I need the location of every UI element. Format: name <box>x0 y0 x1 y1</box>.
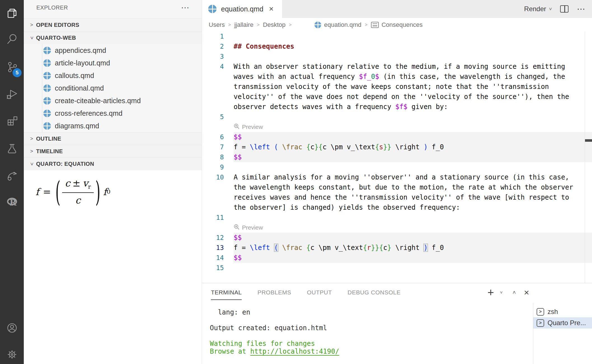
file-item[interactable]: diagrams.qmd <box>24 120 202 132</box>
panel-tab-output[interactable]: OUTPUT <box>307 283 332 302</box>
token: given by: <box>407 103 448 111</box>
terminal-instance[interactable]: >zsh <box>533 306 592 317</box>
quarto-file-icon <box>43 47 51 54</box>
section-quarto-web[interactable]: > QUARTO-WEB <box>24 31 202 44</box>
breadcrumb-item[interactable]: Users <box>209 21 225 29</box>
editor-line[interactable]: 14$$ <box>202 253 592 263</box>
token: f = <box>234 143 250 151</box>
editor-line[interactable]: the observer] is changed) yields the obs… <box>202 202 592 212</box>
token <box>302 244 306 252</box>
editor-scrollbar[interactable] <box>585 31 585 283</box>
token: http://localhost:4190/ <box>250 348 339 355</box>
editor-line[interactable]: receives waves and hence the ''transmiss… <box>202 192 592 202</box>
editor-line[interactable]: 15 <box>202 263 592 273</box>
editor-line[interactable]: waves with an actual frequency $f_0$ (in… <box>202 72 592 82</box>
panel-tabs: TERMINALPROBLEMSOUTPUTDEBUG CONSOLE <box>211 283 401 302</box>
extensions-icon[interactable] <box>0 109 24 133</box>
breadcrumb-item[interactable]: equation.qmd <box>324 21 361 29</box>
line-number: 2 <box>202 41 224 51</box>
line-number: 5 <box>202 112 224 122</box>
editor-line[interactable]: 1 <box>202 31 592 41</box>
token <box>270 143 274 151</box>
sidebar-more-actions-icon[interactable]: ⋯ <box>181 6 190 9</box>
token <box>302 143 306 151</box>
terminal-output[interactable]: lang: en Output created: equation.html W… <box>210 308 339 355</box>
tab-close-icon[interactable]: × <box>269 4 274 13</box>
breadcrumb-item[interactable]: Desktop <box>263 21 286 29</box>
file-item[interactable]: conditional.qmd <box>24 82 202 94</box>
editor-line[interactable]: observer detects waves with a frequency … <box>202 102 592 112</box>
render-button[interactable]: Render > <box>524 5 552 13</box>
editor-line[interactable]: 11 <box>202 212 592 223</box>
token: $$ <box>234 234 242 242</box>
editor-line[interactable]: 8$$ <box>202 152 592 162</box>
breadcrumb-item[interactable]: jjallaire <box>234 21 253 29</box>
preview-codelens[interactable]: Preview <box>234 223 263 233</box>
search-icon[interactable] <box>0 27 24 51</box>
editor-line[interactable]: 2## Consequences <box>202 41 592 51</box>
file-item[interactable]: cross-references.qmd <box>24 107 202 120</box>
line-content: $$ <box>234 253 242 263</box>
chevron-down-icon: > <box>548 8 553 10</box>
terminal-instance[interactable]: >Quarto Pre... <box>533 317 592 328</box>
quarto-publish-icon[interactable] <box>0 164 24 187</box>
editor-line[interactable]: 13f = \left ( \frac {c \pm v_\text{r}}{c… <box>202 243 592 253</box>
editor-line[interactable]: 10A similar analysis for a moving ''obse… <box>202 172 592 182</box>
token: Output created: equation.html <box>210 324 327 332</box>
r-lang-icon[interactable]: R <box>0 190 24 214</box>
codelens-row[interactable]: Preview <box>202 122 592 132</box>
token: \frac <box>282 143 302 151</box>
token: r <box>367 244 371 252</box>
editor-line[interactable]: transmission velocity of the wave keeps … <box>202 82 592 92</box>
line-number: 9 <box>202 162 224 172</box>
section-open-editors[interactable]: > OPEN EDITORS <box>24 18 202 31</box>
overview-ruler-marker <box>585 139 592 142</box>
close-panel-icon[interactable]: × <box>521 283 532 302</box>
token: c <box>311 143 314 151</box>
testing-icon[interactable] <box>0 136 24 160</box>
split-editor-icon[interactable] <box>560 5 568 13</box>
file-item[interactable]: article-layout.qmd <box>24 57 202 69</box>
editor-line[interactable]: velocity'' of the wave does not depend o… <box>202 92 592 102</box>
run-and-debug-icon[interactable] <box>0 82 24 106</box>
token: Browse at <box>210 348 250 355</box>
codelens-row[interactable]: Preview <box>202 223 592 233</box>
section-timeline[interactable]: > TIMELINE <box>24 145 202 158</box>
token: $f$ <box>395 103 407 111</box>
tab-equation-qmd[interactable]: equation.qmd × <box>202 0 282 18</box>
line-number: 1 <box>202 31 224 41</box>
maximize-panel-icon[interactable]: > <box>509 283 519 302</box>
editor-line[interactable]: 9 <box>202 162 592 172</box>
terminal-name: Quarto Pre... <box>548 319 586 327</box>
editor-more-actions-icon[interactable]: ⋯ <box>577 8 586 10</box>
explorer-icon[interactable] <box>0 1 24 25</box>
terminal-line: lang: en <box>210 308 339 316</box>
editor-line[interactable]: 6$$ <box>202 132 592 142</box>
token: receives waves and hence the ''transmiss… <box>234 193 569 201</box>
editor-line[interactable]: 5 <box>202 112 592 122</box>
code-editor[interactable]: 12## Consequences34With an observer stat… <box>202 31 592 283</box>
account-icon[interactable] <box>0 316 24 340</box>
file-item[interactable]: callouts.qmd <box>24 69 202 82</box>
file-name: appendices.qmd <box>55 46 106 55</box>
section-outline[interactable]: > OUTLINE <box>24 132 202 145</box>
editor-line[interactable]: 7f = \left ( \frac {c}{c \pm v_\text{s}}… <box>202 142 592 152</box>
breadcrumb-item[interactable]: Consequences <box>382 21 423 29</box>
panel-tab-terminal[interactable]: TERMINAL <box>211 283 242 302</box>
section-quarto-equation[interactable]: > QUARTO: EQUATION <box>24 157 202 170</box>
preview-codelens[interactable]: Preview <box>234 122 263 132</box>
file-item[interactable]: appendices.qmd <box>24 44 202 57</box>
source-control-icon[interactable]: 5 <box>0 55 24 79</box>
settings-gear-icon[interactable] <box>0 342 24 364</box>
line-content: the wavelength keeps constant, but due t… <box>234 182 573 192</box>
editor-line[interactable]: the wavelength keeps constant, but due t… <box>202 182 592 192</box>
token: }{ <box>314 143 323 151</box>
editor-line[interactable]: 4With an observer stationary relative to… <box>202 62 592 72</box>
file-item[interactable]: create-citeable-articles.qmd <box>24 94 202 107</box>
codelens-label: Preview <box>242 224 263 231</box>
terminal-dropdown-icon[interactable]: > <box>492 288 511 297</box>
editor-line[interactable]: 3 <box>202 51 592 62</box>
panel-tab-problems[interactable]: PROBLEMS <box>257 283 291 302</box>
editor-line[interactable]: 12$$ <box>202 233 592 243</box>
panel-tab-debug-console[interactable]: DEBUG CONSOLE <box>347 283 401 302</box>
